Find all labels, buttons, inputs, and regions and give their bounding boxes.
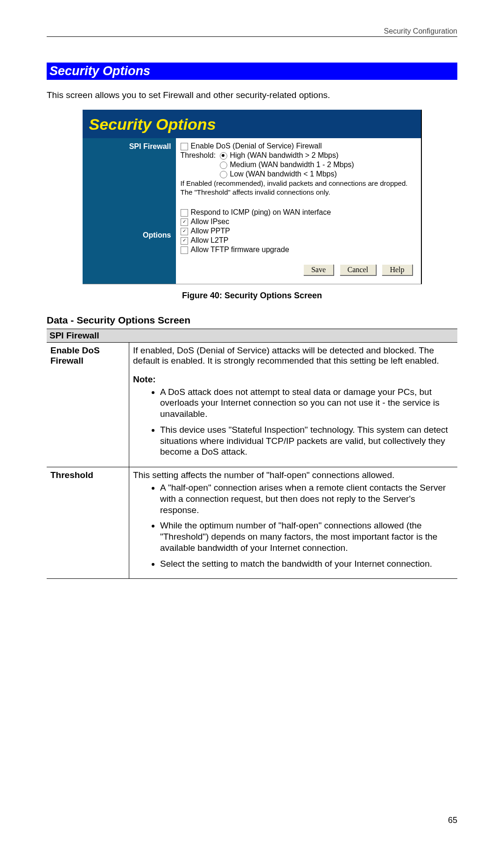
sidebar-label-spi: SPI Firewall — [83, 142, 171, 151]
spi-note: If Enabled (recommended), invalid packet… — [181, 179, 416, 197]
checkbox-ipsec[interactable]: ✓ — [181, 218, 188, 226]
row-desc-text: This setting affects the number of "half… — [133, 470, 454, 480]
radio-medium-label: Medium (WAN bandwidth 1 - 2 Mbps) — [230, 161, 354, 169]
screenshot-content: Enable DoS (Denial of Service) Firewall … — [176, 138, 421, 284]
screenshot-sidebar: SPI Firewall Options — [83, 138, 176, 284]
option-ipsec-label: Allow IPsec — [191, 218, 230, 226]
row-desc-text: If enabled, DoS (Denial of Service) atta… — [133, 345, 454, 366]
row-desc-threshold: This setting affects the number of "half… — [129, 467, 458, 579]
table-section-header: SPI Firewall — [47, 329, 457, 342]
figure-caption: Figure 40: Security Options Screen — [47, 291, 457, 301]
threshold-label: Threshold: — [181, 151, 220, 160]
intro-text: This screen allows you to set Firewall a… — [47, 90, 457, 100]
sidebar-label-options: Options — [83, 231, 171, 240]
cancel-button[interactable]: Cancel — [340, 264, 376, 275]
radio-low[interactable] — [220, 171, 227, 178]
option-l2tp-label: Allow L2TP — [191, 236, 229, 245]
note-label: Note: — [133, 374, 454, 385]
section-title: Security Options — [47, 63, 457, 80]
screenshot-title: Security Options — [83, 110, 421, 138]
checkbox-tftp[interactable] — [181, 246, 188, 254]
option-pptp-label: Allow PPTP — [191, 227, 230, 235]
checkbox-icmp[interactable] — [181, 209, 188, 217]
save-button[interactable]: Save — [303, 264, 334, 275]
screenshot: Security Options SPI Firewall Options En… — [83, 110, 422, 284]
row-label-enable-dos: Enable DoS Firewall — [47, 342, 129, 467]
radio-medium[interactable] — [220, 162, 227, 169]
bullet-item: Select the setting to match the bandwidt… — [160, 558, 454, 570]
bullet-item: A DoS attack does not attempt to steal d… — [160, 387, 454, 420]
checkbox-enable-dos[interactable] — [181, 143, 188, 150]
data-subhead: Data - Security Options Screen — [47, 315, 457, 326]
radio-low-label: Low (WAN bandwidth < 1 Mbps) — [230, 170, 337, 178]
enable-dos-label: Enable DoS (Denial of Service) Firewall — [191, 142, 322, 150]
radio-high[interactable] — [220, 152, 227, 160]
data-table: SPI Firewall Enable DoS Firewall If enab… — [47, 329, 457, 579]
bullet-item: A "half-open" connection arises when a r… — [160, 482, 454, 515]
help-button[interactable]: Help — [382, 264, 412, 275]
bullet-item: While the optimum number of "half-open" … — [160, 520, 454, 553]
section-title-text: Security Options — [49, 64, 150, 78]
checkbox-l2tp[interactable]: ✓ — [181, 237, 188, 245]
table-row: Enable DoS Firewall If enabled, DoS (Den… — [47, 342, 457, 467]
row-desc-enable-dos: If enabled, DoS (Denial of Service) atta… — [129, 342, 458, 467]
row-label-threshold: Threshold — [47, 467, 129, 579]
page-number: 65 — [448, 816, 457, 825]
chapter-header: Security Configuration — [47, 27, 457, 37]
option-tftp-label: Allow TFTP firmware upgrade — [191, 246, 289, 254]
radio-high-label: High (WAN bandwidth > 2 Mbps) — [230, 151, 339, 160]
option-icmp-label: Respond to ICMP (ping) on WAN interface — [191, 208, 331, 217]
table-row: Threshold This setting affects the numbe… — [47, 467, 457, 579]
bullet-item: This device uses "Stateful Inspection" t… — [160, 424, 454, 457]
checkbox-pptp[interactable]: ✓ — [181, 228, 188, 235]
